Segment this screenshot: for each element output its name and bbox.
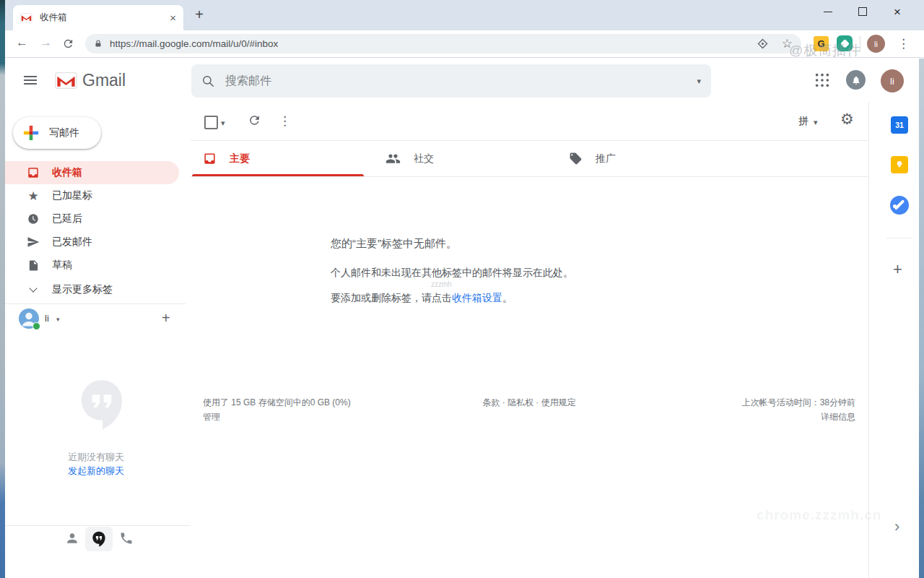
- gmail-logo-text: Gmail: [82, 71, 126, 90]
- select-all-checkbox[interactable]: [204, 116, 218, 129]
- legal-links[interactable]: 条款 · 隐私权 · 使用规定: [482, 397, 575, 409]
- notifications-button[interactable]: [846, 70, 866, 90]
- chat-user-caret-icon[interactable]: ▾: [56, 316, 60, 323]
- add-addon-button[interactable]: +: [893, 260, 902, 279]
- sidebar-divider: [5, 303, 186, 304]
- new-tab-button[interactable]: +: [191, 7, 208, 23]
- sidebar-item-more-labels[interactable]: 显示更多标签: [5, 277, 179, 301]
- input-tools-caret-icon[interactable]: ▾: [814, 118, 818, 126]
- gmail-logo-icon: [55, 72, 77, 89]
- inbox-settings-link[interactable]: 收件箱设置: [452, 292, 502, 303]
- add-chat-button[interactable]: +: [162, 310, 170, 327]
- page-action-icon[interactable]: [757, 38, 769, 50]
- watermark-tiny: zzzmh: [431, 280, 452, 288]
- manage-storage-link[interactable]: 管理: [203, 411, 220, 423]
- sidebar-item-label: 已延后: [52, 212, 82, 225]
- input-tools-button[interactable]: 拼: [798, 115, 808, 128]
- forward-button[interactable]: →: [40, 36, 52, 48]
- back-button[interactable]: ←: [16, 36, 28, 48]
- main-menu-button[interactable]: [24, 74, 37, 87]
- tab-label: 主要: [230, 152, 250, 165]
- phone-tab-button[interactable]: [119, 531, 134, 548]
- tab-social[interactable]: 社交: [385, 141, 552, 176]
- tab-promotions[interactable]: 推广: [569, 141, 735, 176]
- primary-tab-icon: [203, 152, 217, 165]
- refresh-button[interactable]: [248, 113, 261, 130]
- sidebar-item-sent[interactable]: 已发邮件: [5, 230, 179, 254]
- minimize-icon: [824, 12, 832, 12]
- maximize-icon: [858, 7, 867, 16]
- compose-label: 写邮件: [49, 126, 79, 139]
- bell-icon: [851, 75, 861, 85]
- tab-title: 收件箱: [40, 12, 170, 24]
- browser-tab[interactable]: 收件箱 ×: [13, 5, 183, 30]
- watermark-site: chrome.zzzmh.cn: [757, 507, 881, 523]
- social-tab-icon: [385, 151, 401, 166]
- search-box[interactable]: ▾: [191, 64, 711, 98]
- online-status-dot: [32, 322, 40, 330]
- gmail-profile-avatar[interactable]: li: [881, 69, 904, 92]
- browser-menu-icon[interactable]: ⋮: [897, 36, 910, 51]
- person-icon: [65, 531, 79, 545]
- hangouts-tab-button[interactable]: [85, 527, 113, 551]
- hangouts-empty-text: 近期没有聊天: [5, 451, 187, 464]
- lock-icon: [94, 39, 103, 48]
- minibar-divider: [5, 525, 191, 526]
- sidebar-item-label: 已加星标: [52, 189, 92, 202]
- chevron-down-icon: [26, 288, 40, 291]
- activity-details-link[interactable]: 详细信息: [711, 411, 855, 423]
- tasks-icon[interactable]: [890, 196, 909, 215]
- gmail-favicon-icon: [20, 13, 32, 22]
- tab-primary[interactable]: 主要: [203, 141, 369, 176]
- search-options-caret-icon[interactable]: ▾: [697, 77, 701, 85]
- sidebar-item-starred[interactable]: ★ 已加星标: [5, 184, 179, 207]
- tabs-divider: [191, 176, 868, 177]
- hangouts-new-chat-link[interactable]: 发起新的聊天: [5, 465, 187, 478]
- browser-profile-avatar[interactable]: li: [867, 35, 885, 53]
- tab-label: 社交: [414, 152, 434, 165]
- apps-grid-icon[interactable]: [814, 72, 830, 88]
- keep-icon[interactable]: [891, 156, 908, 173]
- sidebar-item-label: 已发邮件: [52, 236, 92, 249]
- chat-user-name[interactable]: li: [45, 313, 49, 324]
- inbox-icon: [26, 166, 40, 179]
- minimize-button[interactable]: [811, 0, 845, 23]
- compose-button[interactable]: 写邮件: [13, 117, 101, 149]
- more-options-icon[interactable]: ⋮: [279, 113, 291, 129]
- last-activity-text: 上次帐号活动时间：38分钟前: [711, 397, 855, 409]
- sidebar-item-label: 收件箱: [52, 166, 82, 179]
- window-left-border: [0, 0, 5, 578]
- promotions-tab-icon: [569, 152, 583, 165]
- refresh-icon: [248, 113, 261, 127]
- reload-button[interactable]: [62, 38, 74, 53]
- close-window-button[interactable]: ×: [881, 0, 914, 23]
- reload-icon: [62, 38, 74, 50]
- tab-close-icon[interactable]: ×: [170, 12, 176, 24]
- bulb-icon: [894, 160, 905, 170]
- hint-suffix: 。: [502, 292, 513, 303]
- chat-user-avatar[interactable]: [19, 309, 39, 329]
- calendar-icon[interactable]: 31: [891, 116, 908, 134]
- select-caret-icon[interactable]: ▾: [221, 119, 225, 127]
- star-icon: ★: [26, 190, 40, 202]
- address-bar[interactable]: https://mail.google.com/mail/u/0/#inbox …: [85, 34, 801, 53]
- contacts-tab-button[interactable]: [65, 531, 79, 548]
- clock-icon: [26, 212, 40, 225]
- storage-usage-text: 使用了 15 GB 存储空间中的0 GB (0%): [203, 397, 351, 409]
- close-icon: ×: [894, 6, 901, 18]
- hint-text: 要添加或删除标签，请点击: [331, 292, 452, 303]
- browser-tab-bar: 收件箱 × + ×: [0, 0, 924, 30]
- settings-gear-icon[interactable]: ⚙: [840, 111, 854, 128]
- sidebar-item-inbox[interactable]: 收件箱: [5, 161, 179, 184]
- search-icon: [201, 74, 215, 88]
- maximize-button[interactable]: [846, 0, 879, 23]
- rail-divider: [886, 238, 912, 238]
- expand-rail-chevron-icon[interactable]: ›: [894, 517, 899, 536]
- sidebar-item-drafts[interactable]: 草稿: [5, 254, 179, 277]
- phone-icon: [119, 531, 134, 545]
- search-input[interactable]: [224, 74, 697, 88]
- empty-state-hint: 要添加或删除标签，请点击收件箱设置。: [331, 292, 513, 305]
- sidebar-item-snoozed[interactable]: 已延后: [5, 207, 179, 230]
- sidebar-item-label: 显示更多标签: [52, 283, 113, 296]
- send-icon: [26, 236, 40, 249]
